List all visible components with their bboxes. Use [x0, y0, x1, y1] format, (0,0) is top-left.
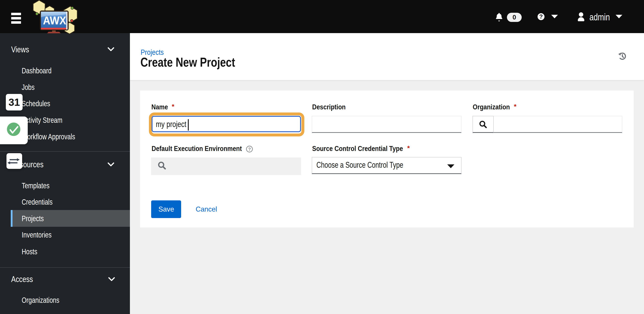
svg-text:AWX: AWX — [43, 14, 66, 27]
svg-text:?: ? — [248, 147, 251, 152]
